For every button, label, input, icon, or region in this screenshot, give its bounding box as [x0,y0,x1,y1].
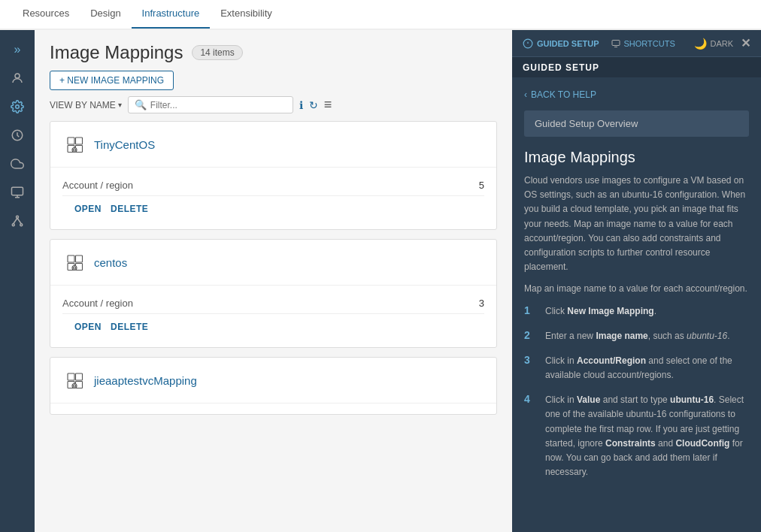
svg-rect-12 [76,138,83,144]
back-to-help-link[interactable]: ‹ BACK TO HELP [524,89,749,100]
nav-item-resources[interactable]: Resources [12,0,80,29]
cards-container: TinyCentOS Account / region 5 OPEN DELET… [35,121,512,532]
svg-point-7 [12,224,14,226]
monitor-icon[interactable] [4,179,31,206]
page-title: Image Mappings [50,42,183,63]
svg-point-1 [16,105,20,109]
open-button[interactable]: OPEN [74,204,102,214]
settings-icon[interactable] [4,93,31,120]
account-region-value: 5 [479,180,484,191]
page-header: Image Mappings 14 items + NEW IMAGE MAPP… [35,30,512,96]
open-button[interactable]: OPEN [74,322,102,332]
card-tinycentos: TinyCentOS Account / region 5 OPEN DELET… [50,121,497,230]
guided-description-1: Cloud vendors use images to configure a … [524,174,749,274]
svg-rect-3 [12,187,23,195]
nav-item-infrastructure[interactable]: Infrastructure [132,0,211,29]
svg-rect-11 [68,138,74,144]
guided-description-2: Map an image name to a value for each ac… [524,282,749,296]
svg-rect-18 [76,255,83,262]
view-by-selector[interactable]: VIEW BY NAME ▾ [50,100,122,110]
guided-steps: 1 Click New Image Mapping. 2 Enter a new… [524,304,749,480]
svg-point-21 [72,266,77,271]
delete-button[interactable]: DELETE [111,322,148,332]
card-icon [62,250,86,274]
top-nav: Resources Design Infrastructure Extensib… [0,0,761,30]
card-title[interactable]: jieaaptestvcMapping [94,374,197,387]
guided-section-title: Image Mappings [524,149,749,166]
account-region-label: Account / region [62,180,133,191]
list-view-icon[interactable]: ≡ [324,97,332,113]
item-count-badge: 14 items [192,45,242,60]
search-input[interactable] [150,100,287,110]
guided-setup-title: GUIDED SETUP [523,62,599,73]
dark-mode-toggle[interactable]: 🌙 DARK [694,38,733,50]
card-icon [62,368,86,392]
search-icon: 🔍 [135,99,147,110]
card-icon [62,132,86,156]
history-icon[interactable] [4,122,31,149]
svg-point-8 [20,224,23,226]
network-icon[interactable] [4,207,31,234]
svg-rect-23 [68,373,74,380]
close-button[interactable]: ✕ [741,36,750,50]
card-centos: centos Account / region 3 OPEN DELETE [50,239,497,348]
svg-point-27 [72,384,77,388]
guided-setup-panel: GUIDED SETUP SHORTCUTS 🌙 DARK ✕ GUID [512,30,761,532]
expand-icon[interactable]: » [4,36,31,63]
delete-button[interactable]: DELETE [111,204,148,214]
svg-point-0 [15,74,20,78]
card-title[interactable]: centos [94,256,127,269]
svg-point-15 [72,148,77,153]
nav-item-extensibility[interactable]: Extensibility [210,0,283,29]
step-1: 1 Click New Image Mapping. [524,304,749,319]
step-3: 3 Click in Account/Region and select one… [524,354,749,382]
account-region-label: Account / region [62,298,133,309]
svg-rect-24 [76,373,83,380]
svg-point-6 [17,216,19,218]
card-jieaapmapping: jieaaptestvcMapping [50,357,497,415]
step-2: 2 Enter a new Image name, such as ubuntu… [524,329,749,343]
guided-overview-button[interactable]: Guided Setup Overview [524,110,749,137]
guided-setup-tab[interactable]: GUIDED SETUP [523,38,599,49]
toolbar: VIEW BY NAME ▾ 🔍 ℹ ↻ ≡ [35,96,512,121]
users-icon[interactable] [4,65,31,92]
guided-setup-content: ‹ BACK TO HELP Guided Setup Overview Ima… [512,77,761,532]
step-4: 4 Click in Value and start to type ubunt… [524,393,749,479]
search-box: 🔍 [128,96,293,113]
svg-rect-32 [612,40,620,45]
guided-setup-topbar: GUIDED SETUP SHORTCUTS 🌙 DARK ✕ [512,30,761,57]
nav-item-design[interactable]: Design [80,0,131,29]
refresh-icon[interactable]: ↻ [309,99,318,111]
svg-line-10 [17,218,21,224]
shortcuts-tab[interactable]: SHORTCUTS [611,39,675,48]
svg-line-9 [14,218,17,224]
chevron-down-icon: ▾ [118,101,122,109]
card-title[interactable]: TinyCentOS [94,138,155,151]
account-region-value: 3 [479,298,484,309]
new-image-mapping-button[interactable]: + NEW IMAGE MAPPING [50,71,174,90]
cloud-icon[interactable] [4,150,31,177]
sidebar: » [0,30,35,532]
svg-rect-17 [68,255,74,262]
info-icon[interactable]: ℹ [299,99,303,111]
